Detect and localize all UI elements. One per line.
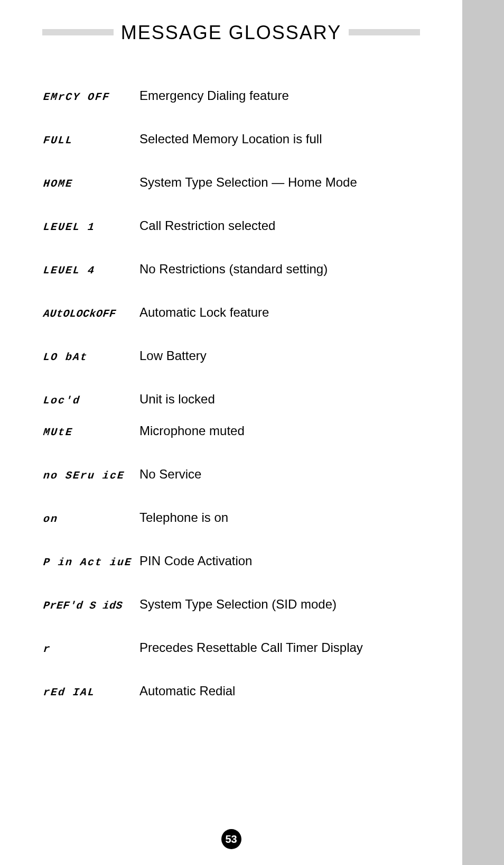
glossary-row: Loc'd Unit is locked — [43, 392, 420, 407]
glossary-row: HOME System Type Selection — Home Mode — [43, 175, 420, 190]
glossary-desc: No Service — [139, 467, 201, 482]
page-title: MESSAGE GLOSSARY — [114, 22, 349, 44]
glossary-desc: Unit is locked — [139, 392, 215, 407]
page-number-badge: 53 — [221, 829, 241, 849]
glossary-term: AUtOLOCkOFF — [43, 308, 139, 320]
glossary-desc: No Restrictions (standard setting) — [139, 262, 328, 277]
glossary-row: no SEru icE No Service — [43, 467, 420, 482]
glossary-term: r — [43, 643, 139, 655]
glossary-desc: Precedes Resettable Call Timer Display — [139, 640, 363, 655]
glossary-desc: Selected Memory Location is full — [139, 132, 322, 146]
glossary-desc: System Type Selection (SID mode) — [139, 597, 337, 612]
manual-page: MESSAGE GLOSSARY EMrCY OFF Emergency Dia… — [0, 0, 462, 865]
glossary-row: LO bAt Low Battery — [43, 348, 420, 363]
glossary-row: rEd IAL Automatic Redial — [43, 684, 420, 698]
glossary-term: LO bAt — [43, 351, 139, 363]
glossary-desc: System Type Selection — Home Mode — [139, 175, 357, 190]
glossary-term: no SEru icE — [43, 470, 139, 482]
glossary-desc: Low Battery — [139, 348, 207, 363]
glossary-term: rEd IAL — [43, 686, 139, 698]
glossary-term: EMrCY OFF — [43, 91, 139, 103]
header: MESSAGE GLOSSARY — [42, 29, 420, 51]
glossary-term: LEUEL 4 — [43, 264, 139, 277]
glossary-desc: Microphone muted — [139, 424, 245, 438]
glossary-term: Loc'd — [43, 394, 139, 407]
glossary-row: LEUEL 1 Call Restriction selected — [43, 218, 420, 233]
glossary-row: on Telephone is on — [43, 510, 420, 525]
glossary-row: PrEF'd S idS System Type Selection (SID … — [43, 597, 420, 612]
glossary-term: P in Act iuE — [43, 556, 139, 568]
glossary-term: on — [43, 513, 139, 525]
glossary-desc: Automatic Redial — [139, 684, 235, 698]
glossary-term: MUtE — [43, 426, 139, 438]
glossary-desc: Telephone is on — [139, 510, 228, 525]
glossary-desc: Emergency Dialing feature — [139, 88, 289, 103]
glossary-row: MUtE Microphone muted — [43, 424, 420, 438]
glossary-desc: PIN Code Activation — [139, 554, 252, 568]
glossary-term: HOME — [43, 178, 139, 190]
glossary-term: FULL — [43, 134, 139, 146]
page-number-container: 53 — [0, 829, 462, 849]
glossary-list: EMrCY OFF Emergency Dialing feature FULL… — [42, 88, 420, 698]
glossary-row: EMrCY OFF Emergency Dialing feature — [43, 88, 420, 103]
glossary-row: FULL Selected Memory Location is full — [43, 132, 420, 146]
glossary-term: LEUEL 1 — [43, 221, 139, 233]
glossary-row: P in Act iuE PIN Code Activation — [43, 554, 420, 568]
glossary-row: LEUEL 4 No Restrictions (standard settin… — [43, 262, 420, 277]
glossary-term: PrEF'd S idS — [43, 600, 139, 612]
glossary-desc: Automatic Lock feature — [139, 305, 269, 320]
glossary-desc: Call Restriction selected — [139, 218, 275, 233]
glossary-row: r Precedes Resettable Call Timer Display — [43, 640, 420, 655]
glossary-row: AUtOLOCkOFF Automatic Lock feature — [43, 305, 420, 320]
